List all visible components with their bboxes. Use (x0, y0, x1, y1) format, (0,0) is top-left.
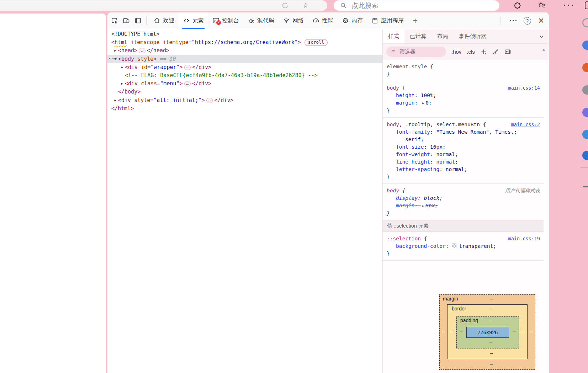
dom-node-line[interactable]: </body> (107, 88, 382, 96)
border-left-value[interactable]: – (450, 329, 453, 334)
box-model-border[interactable]: border – – – – padding – – – – 776×926 (447, 304, 528, 359)
margin-top-value[interactable]: – (490, 296, 493, 302)
devtools-tab-code[interactable]: 元素 (179, 12, 208, 29)
sidebar-app-purple-icon[interactable] (582, 108, 588, 117)
css-rule[interactable]: main.css:2body, .tooltip, select.menuBtn… (383, 118, 544, 184)
padding-top-value[interactable]: – (489, 318, 492, 323)
styles-filter-input[interactable]: 筛选器 (386, 47, 446, 57)
devtools-tab-application[interactable]: 应用程序 (367, 12, 408, 29)
dom-node-line[interactable]: <!DOCTYPE html> (107, 30, 382, 38)
collapsed-children-icon[interactable]: … (184, 81, 191, 86)
devtools-tab-home[interactable]: 欢迎 (149, 12, 179, 29)
box-model[interactable]: margin – – – – border – – – – padding – (439, 294, 535, 370)
devtools-tab-bug[interactable]: 源代码 (243, 12, 279, 29)
sidebar-app-azure-icon[interactable] (582, 151, 588, 160)
refresh-icon[interactable] (281, 2, 289, 9)
collapsed-children-icon[interactable]: … (139, 48, 145, 53)
sidebar-app-orange-icon[interactable] (582, 63, 588, 72)
devtools-tab-performance[interactable]: 性能 (308, 12, 338, 29)
expand-arrow-icon[interactable]: ▶ (120, 80, 124, 88)
dom-node-line[interactable]: ▶<div style="all: initial;">…</div> (107, 96, 382, 105)
css-rule[interactable]: element.style {} (383, 60, 544, 81)
expand-arrow-icon[interactable]: ▶ (113, 96, 117, 105)
padding-left-value[interactable]: – (460, 328, 463, 334)
extensions-icon[interactable] (513, 1, 521, 10)
margin-right-value[interactable]: – (530, 329, 533, 334)
css-property[interactable]: line-height: normal; (387, 158, 540, 166)
box-model-padding[interactable]: padding – – – – 776×926 (456, 316, 519, 348)
inspect-element-icon[interactable] (108, 15, 120, 27)
margin-left-value[interactable]: – (442, 329, 445, 334)
collapsed-children-icon[interactable]: … (206, 98, 213, 103)
favorite-star-icon[interactable]: ☆ (302, 1, 309, 10)
sidebar-search-icon[interactable] (582, 18, 588, 27)
css-rule[interactable]: main.css:19::selection {background-color… (383, 232, 544, 261)
chevron-down-icon[interactable] (538, 33, 545, 40)
computed-sidebar-toggle-icon[interactable] (504, 48, 511, 55)
expand-arrow-icon[interactable]: ▶ (120, 63, 124, 71)
device-emulation-icon[interactable] (120, 15, 132, 27)
elements-tree[interactable]: <!DOCTYPE html><html itemscope itemtype=… (107, 30, 382, 373)
devtools-tab-network[interactable]: 网络 (279, 12, 308, 29)
scroll-badge[interactable]: scroll (304, 39, 328, 46)
new-style-rule-icon[interactable] (480, 48, 487, 55)
close-devtools-icon[interactable]: × (538, 17, 544, 24)
brush-icon[interactable] (492, 48, 499, 55)
more-tools-button[interactable]: + (408, 16, 422, 26)
border-top-value[interactable]: – (490, 306, 493, 311)
box-model-content[interactable]: 776×926 (466, 327, 509, 338)
expand-shorthand-icon[interactable]: ▶ (422, 202, 424, 210)
css-rule[interactable]: 用户代理样式表body {display: block;margin: ▶8px… (383, 184, 544, 220)
css-rule[interactable]: main.css:14body {height: 100%;margin: ▶0… (383, 81, 544, 118)
sidebar-app-gray-icon[interactable] (582, 85, 588, 95)
border-bottom-value[interactable]: – (490, 350, 493, 356)
help-icon[interactable]: ? (524, 17, 531, 25)
devtools-tab-console[interactable]: ×控制台 (208, 12, 243, 29)
collections-icon[interactable] (538, 1, 546, 10)
styles-tab-item[interactable]: 已计算 (404, 30, 432, 43)
color-swatch[interactable] (452, 244, 456, 248)
dom-node-line[interactable]: ▶<div class="menu">…</div> (107, 80, 382, 88)
css-property[interactable]: margin: ▶0; (387, 99, 540, 107)
sidebar-app-lightblue-icon[interactable] (582, 130, 588, 139)
css-property[interactable]: letter-spacing: normal; (387, 166, 540, 173)
scrollbar-up-arrow[interactable]: ▲ (542, 47, 546, 52)
stylesheet-link[interactable]: main.css:2 (511, 121, 540, 128)
expand-shorthand-icon[interactable]: ▶ (422, 100, 424, 107)
css-property[interactable]: height: 100%; (387, 92, 540, 99)
focus-panel-icon[interactable] (132, 15, 144, 27)
dom-node-line[interactable]: <html itemscope itemtype="https://schema… (107, 38, 382, 47)
css-property[interactable]: font-weight: normal; (387, 151, 540, 158)
collapse-arrow-icon[interactable]: ▼ (113, 55, 117, 63)
sidebar-dash-icon[interactable] (583, 186, 588, 187)
css-property[interactable]: font-family: "Times New Roman", Times,; (387, 128, 540, 136)
border-right-value[interactable]: – (522, 329, 525, 334)
toggle-classes[interactable]: .cls (467, 49, 475, 55)
padding-right-value[interactable]: – (513, 328, 515, 334)
styles-tab-active[interactable]: 样式 (383, 30, 404, 43)
css-property[interactable]: display: block; (387, 195, 540, 202)
devtools-menu-icon[interactable] (510, 20, 517, 21)
box-model-margin[interactable]: margin – – – – border – – – – padding – (439, 294, 535, 370)
toggle-hover-state[interactable]: :hov (451, 49, 461, 55)
margin-bottom-value[interactable]: – (490, 361, 493, 367)
css-property[interactable]: font-size: 16px; (387, 143, 540, 151)
expand-arrow-icon[interactable]: ▶ (113, 47, 117, 55)
stylesheet-link[interactable]: main.css:14 (508, 84, 540, 92)
stylesheet-link[interactable]: main.css:19 (508, 235, 540, 243)
dom-node-line[interactable]: ▶<head>…</head> (107, 47, 382, 55)
styles-tab-item[interactable]: 事件侦听器 (454, 30, 492, 43)
collapsed-children-icon[interactable]: … (184, 65, 191, 70)
search-box[interactable]: 点此搜索 (334, 0, 499, 11)
dom-node-line[interactable]: </html> (107, 105, 382, 113)
css-property[interactable]: background-color: transparent; (387, 243, 540, 250)
sidebar-app-blue-icon[interactable] (582, 41, 588, 50)
dom-node-line[interactable]: ▶<div id="wrapper">…</div> (107, 63, 382, 71)
css-property[interactable]: margin: ▶8px; (387, 202, 540, 210)
address-bar[interactable]: ☆ (0, 0, 327, 11)
devtools-tab-memory[interactable]: 内存 (338, 12, 367, 29)
styles-tab-item[interactable]: 布局 (432, 30, 454, 43)
dom-node-line[interactable]: ···▼<body style> == $0 (107, 55, 382, 63)
page-content[interactable] (0, 14, 106, 373)
padding-bottom-value[interactable]: – (489, 339, 492, 345)
